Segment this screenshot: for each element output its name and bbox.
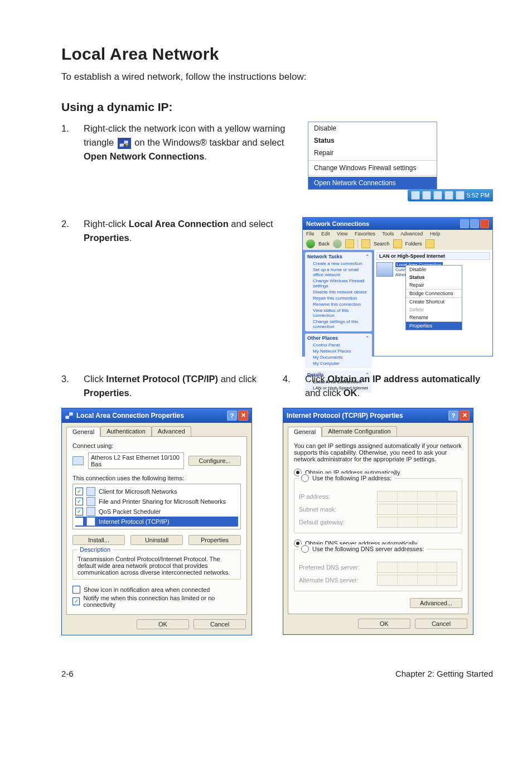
tab-authentication[interactable]: Authentication: [100, 426, 152, 436]
task-item[interactable]: Rename this connection: [307, 301, 370, 307]
close-button[interactable]: ✕: [460, 411, 470, 421]
help-button[interactable]: ?: [227, 411, 237, 421]
ctx-properties[interactable]: Properties: [406, 322, 462, 330]
menu-disable[interactable]: Disable: [308, 122, 437, 134]
menu-firewall[interactable]: Change Windows Firewall settings: [308, 162, 437, 174]
checkbox-icon[interactable]: [75, 488, 83, 495]
minimize-button[interactable]: [460, 219, 469, 228]
list-item-label: Client for Microsoft Networks: [99, 488, 177, 495]
tray-icon[interactable]: [422, 191, 431, 200]
properties-button[interactable]: Properties: [188, 535, 241, 545]
ctx-disable[interactable]: Disable: [406, 266, 462, 273]
task-item[interactable]: Disable this network device: [307, 289, 370, 295]
search-icon[interactable]: [361, 239, 370, 248]
checkbox-icon[interactable]: [75, 498, 83, 505]
tray-network-warning-icon[interactable]: [411, 191, 420, 200]
task-item[interactable]: View status of this connection: [307, 307, 370, 319]
list-item[interactable]: QoS Packet Scheduler: [75, 507, 238, 517]
menu-help[interactable]: Help: [430, 231, 441, 237]
task-item[interactable]: Change settings of this connection: [307, 319, 370, 330]
showicon-row[interactable]: Show icon in notification area when conn…: [72, 585, 241, 594]
checkbox-icon[interactable]: [72, 597, 80, 605]
tray-icon[interactable]: [444, 191, 453, 200]
checkbox-icon[interactable]: [75, 518, 83, 525]
radio-icon[interactable]: [301, 545, 309, 553]
network-warning-icon: [118, 138, 131, 149]
task-item[interactable]: Create a new connection: [307, 261, 370, 267]
configure-button[interactable]: Configure...: [188, 456, 241, 466]
menu-repair[interactable]: Repair: [308, 147, 437, 159]
ctx-shortcut[interactable]: Create Shortcut: [406, 298, 462, 306]
chapter-label: Chapter 2: Getting Started: [395, 669, 493, 678]
chevron-icon[interactable]: ⌃: [365, 335, 370, 341]
cancel-button[interactable]: Cancel: [415, 619, 467, 629]
radio-use-ip[interactable]: Use the following IP address:: [301, 474, 391, 483]
task-item[interactable]: Change Windows Firewall settings: [307, 278, 370, 289]
uninstall-button[interactable]: Uninstall: [130, 535, 183, 545]
menu-sep-2: [308, 175, 437, 176]
cancel-button[interactable]: Cancel: [194, 619, 246, 629]
place-item[interactable]: Control Panel: [307, 342, 370, 348]
close-button[interactable]: [480, 219, 489, 228]
tray-icon[interactable]: [433, 191, 442, 200]
ctx-repair[interactable]: Repair: [406, 281, 462, 289]
page-footer: 2-6 Chapter 2: Getting Started: [61, 669, 493, 678]
ctx-bridge[interactable]: Bridge Connections: [406, 290, 462, 297]
tab-advanced[interactable]: Advanced: [152, 426, 191, 436]
step-1-part-d: .: [204, 151, 207, 161]
menu-status[interactable]: Status: [308, 134, 437, 147]
list-item-tcpip[interactable]: Internet Protocol (TCP/IP): [75, 517, 238, 527]
notify-row[interactable]: Notify me when this connection has limit…: [72, 594, 241, 609]
close-button[interactable]: ✕: [238, 411, 248, 421]
list-item[interactable]: File and Printer Sharing for Microsoft N…: [75, 496, 238, 507]
gateway-row: Default gateway:: [299, 517, 457, 528]
menu-tools[interactable]: Tools: [382, 231, 394, 237]
list-item[interactable]: Client for Microsoft Networks: [75, 486, 238, 496]
ok-button[interactable]: OK: [137, 619, 189, 629]
checkbox-icon[interactable]: [75, 508, 83, 515]
step-2-text: Right-click Local Area Connection and se…: [84, 217, 289, 245]
checkbox-icon[interactable]: [72, 586, 80, 594]
forward-button[interactable]: [333, 239, 342, 248]
step-4-d: OK: [344, 388, 357, 398]
install-button[interactable]: Install...: [72, 535, 125, 545]
step-1-bold: Open Network Connections: [84, 151, 204, 161]
ip-label: IP address:: [299, 493, 371, 500]
radio-use-dns[interactable]: Use the following DNS server addresses:: [301, 544, 424, 553]
place-item[interactable]: My Computer: [307, 360, 370, 367]
menu-view[interactable]: View: [337, 231, 347, 237]
panel-head-2: Other Places: [307, 335, 338, 341]
menu-edit[interactable]: Edit: [321, 231, 330, 237]
ok-button[interactable]: OK: [358, 619, 410, 629]
maximize-button[interactable]: [470, 219, 479, 228]
tray-icon[interactable]: [456, 191, 465, 200]
task-item[interactable]: Repair this connection: [307, 295, 370, 301]
component-icon: [86, 507, 95, 516]
folders-label: Folders: [405, 241, 422, 247]
task-item[interactable]: Set up a home or small office network: [307, 267, 370, 278]
context-menu: Disable Status Repair Change Windows Fir…: [308, 122, 437, 190]
menu-favorites[interactable]: Favorites: [355, 231, 375, 237]
help-button[interactable]: ?: [448, 411, 458, 421]
lac-properties-dialog: Local Area Connection Properties ? ✕ Gen…: [61, 408, 252, 635]
advanced-button[interactable]: Advanced...: [410, 598, 462, 608]
menu-advanced[interactable]: Advanced: [400, 231, 423, 237]
place-item[interactable]: My Documents: [307, 354, 370, 360]
tab-alternate[interactable]: Alternate Configuration: [322, 426, 397, 436]
back-button[interactable]: [306, 239, 315, 248]
gateway-label: Default gateway:: [299, 519, 371, 525]
up-icon[interactable]: [345, 239, 354, 248]
ctx-rename[interactable]: Rename: [406, 314, 462, 321]
folders-icon[interactable]: [393, 239, 402, 248]
chevron-icon[interactable]: ⌃: [365, 254, 370, 259]
radio-icon[interactable]: [301, 474, 309, 482]
place-item[interactable]: My Network Places: [307, 348, 370, 354]
menu-open-connections[interactable]: Open Network Connections: [308, 177, 437, 189]
ctx-status[interactable]: Status: [406, 273, 462, 281]
tab-general[interactable]: General: [66, 427, 100, 437]
adns-row: Alternate DNS server:: [299, 575, 457, 586]
menu-file[interactable]: File: [306, 231, 315, 237]
window-title: Network Connections: [306, 220, 369, 227]
tab-general[interactable]: General: [288, 427, 322, 437]
views-icon[interactable]: [425, 239, 434, 248]
